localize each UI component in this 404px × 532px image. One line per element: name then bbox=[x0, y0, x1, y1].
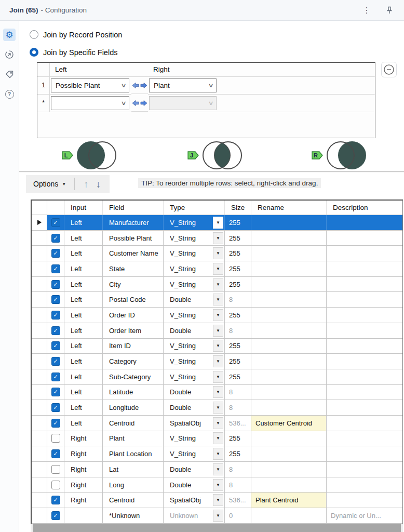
row-checkbox[interactable]: ✓ bbox=[51, 511, 60, 520]
row-checkbox[interactable]: ✓ bbox=[51, 218, 60, 227]
cell-type[interactable]: V_String ▼ bbox=[164, 446, 225, 461]
type-dropdown-button[interactable]: ▼ bbox=[213, 325, 223, 337]
cell-description[interactable] bbox=[327, 354, 402, 369]
row-checkbox[interactable]: ✓ bbox=[51, 280, 60, 289]
cell-description[interactable] bbox=[327, 277, 402, 292]
row-checkbox-cell[interactable]: ✓ bbox=[47, 246, 64, 261]
cell-type[interactable]: V_String ▼ bbox=[164, 277, 225, 292]
swap-fields-arrows[interactable] bbox=[131, 95, 148, 112]
cell-type[interactable]: V_String ▼ bbox=[164, 261, 225, 276]
row-checkbox[interactable]: ✓ bbox=[51, 234, 60, 243]
row-checkbox[interactable]: ✓ bbox=[51, 373, 60, 381]
cell-description[interactable] bbox=[327, 493, 402, 508]
table-row[interactable]: ✓ Left Sub-Category V_String ▼ 255 bbox=[32, 369, 402, 385]
row-selector-cell[interactable] bbox=[32, 354, 47, 369]
cell-rename[interactable] bbox=[251, 369, 327, 384]
row-checkbox[interactable]: ✓ bbox=[51, 326, 60, 335]
cell-rename[interactable] bbox=[251, 385, 327, 400]
options-menu-button[interactable]: Options ▼ bbox=[30, 180, 69, 188]
cell-rename[interactable] bbox=[251, 308, 327, 323]
table-row[interactable]: ✓ Left Postal Code Double ▼ 8 bbox=[32, 292, 402, 308]
row-selector-cell[interactable] bbox=[32, 477, 47, 493]
sidebar-item-navigation[interactable] bbox=[3, 48, 16, 61]
cell-size[interactable]: 255 bbox=[225, 369, 251, 384]
swap-fields-arrows[interactable] bbox=[131, 77, 148, 94]
row-selector-cell[interactable] bbox=[32, 400, 47, 415]
cell-description[interactable] bbox=[327, 292, 402, 307]
remove-join-row-button[interactable] bbox=[381, 62, 397, 77]
table-row[interactable]: ✓ Left Item ID V_String ▼ 255 bbox=[32, 339, 402, 354]
row-checkbox-cell[interactable]: ✓ bbox=[47, 446, 64, 461]
cell-description[interactable] bbox=[327, 369, 402, 384]
cell-rename[interactable] bbox=[251, 261, 327, 276]
cell-rename[interactable] bbox=[251, 400, 327, 415]
row-checkbox[interactable]: ✓ bbox=[51, 311, 60, 320]
radio-join-by-specific-fields[interactable]: Join by Specific Fields bbox=[30, 48, 117, 57]
cell-size[interactable]: 255 bbox=[225, 215, 251, 230]
cell-rename[interactable] bbox=[251, 246, 327, 261]
type-dropdown-button[interactable]: ▼ bbox=[213, 294, 223, 305]
cell-size[interactable]: 536... bbox=[225, 416, 251, 431]
cell-description[interactable] bbox=[327, 308, 402, 323]
cell-description[interactable] bbox=[327, 215, 402, 230]
row-selector-cell[interactable] bbox=[32, 416, 47, 431]
table-row[interactable]: ✓ Left Customer Name V_String ▼ 255 bbox=[32, 246, 402, 261]
row-checkbox-cell[interactable]: ✓ bbox=[47, 323, 64, 338]
type-dropdown-button[interactable]: ▼ bbox=[213, 278, 223, 290]
cell-size[interactable]: 255 bbox=[225, 231, 251, 246]
type-dropdown-button[interactable]: ▼ bbox=[213, 247, 223, 259]
row-checkbox[interactable]: ✓ bbox=[51, 295, 60, 304]
table-row[interactable]: ✓ Left Latitude Double ▼ 8 bbox=[32, 385, 402, 401]
more-options-icon[interactable]: ⋮ bbox=[357, 5, 376, 15]
type-dropdown-button[interactable]: ▼ bbox=[213, 510, 223, 522]
radio-circle-off[interactable] bbox=[30, 30, 38, 39]
table-row[interactable]: ✓ Left Possible Plant V_String ▼ 255 bbox=[32, 231, 402, 246]
cell-rename[interactable] bbox=[251, 231, 327, 246]
table-row[interactable]: ✓ Left Centroid SpatialObj ▼ 536... Cust… bbox=[32, 416, 402, 431]
cell-rename[interactable] bbox=[251, 477, 327, 493]
sidebar-item-help[interactable]: ? bbox=[3, 88, 16, 100]
row-checkbox-cell[interactable]: ✓ bbox=[47, 416, 64, 431]
scrollbar-thumb[interactable] bbox=[33, 524, 401, 532]
table-row[interactable]: ✓ Right Centroid SpatialObj ▼ 536... Pla… bbox=[32, 493, 402, 508]
cell-type[interactable]: V_String ▼ bbox=[164, 431, 225, 446]
cell-rename[interactable] bbox=[251, 215, 327, 230]
radio-circle-on[interactable] bbox=[30, 48, 38, 57]
cell-size[interactable]: 8 bbox=[225, 400, 251, 415]
cell-description[interactable] bbox=[327, 477, 402, 493]
cell-rename[interactable]: Plant Centroid bbox=[251, 493, 327, 508]
table-row[interactable]: ✓ Left City V_String ▼ 255 bbox=[32, 277, 402, 292]
cell-rename[interactable] bbox=[251, 446, 327, 461]
cell-type[interactable]: V_String ▼ bbox=[164, 231, 225, 246]
cell-size[interactable]: 255 bbox=[225, 354, 251, 369]
type-dropdown-button[interactable]: ▼ bbox=[213, 371, 223, 383]
cell-type[interactable]: Double ▼ bbox=[164, 462, 225, 477]
row-selector-cell[interactable] bbox=[32, 508, 47, 523]
move-up-button[interactable]: ↑ bbox=[80, 179, 92, 189]
cell-description[interactable] bbox=[327, 323, 402, 338]
cell-size[interactable]: 0 bbox=[225, 508, 251, 523]
row-checkbox-cell[interactable]: ✓ bbox=[47, 261, 64, 276]
row-selector-cell[interactable] bbox=[32, 323, 47, 338]
row-checkbox[interactable]: ✓ bbox=[51, 465, 60, 474]
row-checkbox[interactable]: ✓ bbox=[51, 403, 60, 412]
row-checkbox-cell[interactable]: ✓ bbox=[47, 400, 64, 415]
cell-description[interactable] bbox=[327, 385, 402, 400]
cell-type[interactable]: V_String ▼ bbox=[164, 369, 225, 384]
cell-description[interactable] bbox=[327, 400, 402, 415]
cell-size[interactable]: 8 bbox=[225, 477, 251, 493]
row-selector-cell[interactable] bbox=[32, 277, 47, 292]
cell-type[interactable]: V_String ▼ bbox=[164, 339, 225, 354]
radio-join-by-record-position[interactable]: Join by Record Position bbox=[30, 30, 122, 39]
table-row[interactable]: ✓ Left Category V_String ▼ 255 bbox=[32, 354, 402, 369]
type-dropdown-button[interactable]: ▼ bbox=[213, 448, 223, 460]
type-dropdown-button[interactable]: ▼ bbox=[213, 386, 223, 398]
row-checkbox[interactable]: ✓ bbox=[51, 388, 60, 396]
table-row[interactable]: ✓ *Unknown Unknown ▼ 0 Dynamic or Un... bbox=[32, 508, 402, 524]
table-row[interactable]: ✓ Right Lat Double ▼ 8 bbox=[32, 462, 402, 477]
table-row[interactable]: ✓ Right Plant Location V_String ▼ 255 bbox=[32, 446, 402, 462]
cell-description[interactable] bbox=[327, 416, 402, 431]
cell-size[interactable]: 255 bbox=[225, 246, 251, 261]
table-row[interactable]: ✓ Left State V_String ▼ 255 bbox=[32, 261, 402, 277]
cell-rename[interactable] bbox=[251, 277, 327, 292]
